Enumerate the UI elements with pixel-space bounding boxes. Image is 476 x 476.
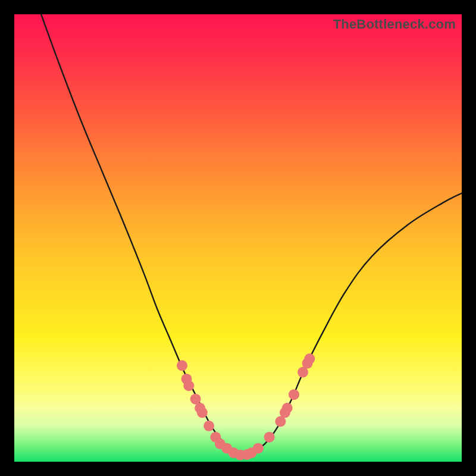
- chart-svg: [14, 14, 462, 462]
- curve-marker: [289, 389, 299, 400]
- curve-marker: [183, 380, 194, 391]
- chart-plot-area: TheBottleneck.com: [14, 14, 462, 462]
- curve-marker: [197, 407, 208, 418]
- curve-marker: [264, 432, 275, 443]
- chart-frame: TheBottleneck.com: [14, 14, 462, 462]
- bottleneck-curve: [41, 14, 462, 455]
- curve-marker: [304, 353, 315, 364]
- curve-markers: [177, 353, 315, 461]
- curve-marker: [282, 403, 293, 414]
- curve-marker: [203, 421, 214, 431]
- curve-marker: [253, 443, 264, 453]
- curve-marker: [177, 360, 187, 371]
